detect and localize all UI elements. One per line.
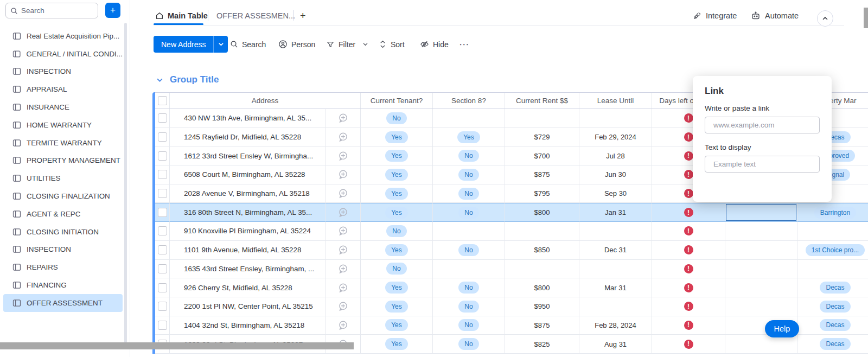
sidebar-search-input[interactable] — [21, 7, 86, 15]
add-update-cell[interactable] — [326, 297, 361, 316]
row-checkbox-cell[interactable] — [155, 297, 170, 316]
lease-until-cell[interactable]: Feb 28, 2024 — [579, 316, 652, 335]
row-checkbox[interactable] — [158, 283, 167, 292]
chevron-down-icon[interactable] — [362, 41, 368, 47]
tenant-pill[interactable]: No — [386, 263, 406, 275]
horizontal-scrollbar[interactable] — [0, 342, 354, 349]
address-cell[interactable]: 1635 43rd Street Ensley, Birmingham, ... — [170, 260, 326, 279]
automate-button[interactable]: Automate — [751, 8, 799, 24]
lease-until-cell[interactable]: Mar 31 — [579, 278, 652, 297]
row-checkbox-cell[interactable] — [155, 316, 170, 335]
section8-cell[interactable]: No — [433, 203, 505, 222]
tenant-pill[interactable]: Yes — [385, 244, 408, 256]
tenant-pill[interactable]: Yes — [385, 301, 408, 313]
property-manager-cell[interactable]: Decas — [797, 278, 868, 297]
current-tenant-cell[interactable]: Yes — [361, 203, 433, 222]
days-left-cell[interactable]: ! — [652, 241, 725, 260]
tenant-pill[interactable]: No — [386, 112, 406, 124]
days-left-cell[interactable]: ! — [652, 278, 725, 297]
current-tenant-cell[interactable]: Yes — [361, 316, 433, 335]
row-checkbox-cell[interactable] — [155, 165, 170, 184]
section8-pill[interactable]: No — [458, 244, 478, 256]
row-checkbox-cell[interactable] — [155, 260, 170, 279]
address-cell[interactable]: 1101 9th Avenue, Midfield, AL 35228 — [170, 241, 326, 260]
sidebar-item-10[interactable]: AGENT & REPC — [3, 205, 123, 223]
add-update-cell[interactable] — [326, 260, 361, 279]
current-rent-cell[interactable] — [505, 109, 579, 128]
lease-until-cell[interactable]: Jul 28 — [579, 146, 652, 165]
section8-pill[interactable]: No — [458, 150, 478, 162]
chevron-down-icon[interactable] — [156, 76, 163, 84]
tenant-pill[interactable]: Yes — [385, 338, 408, 350]
link-cell[interactable] — [725, 278, 797, 297]
link-cell[interactable] — [725, 335, 797, 354]
person-filter-button[interactable]: Person — [278, 36, 315, 53]
sidebar-item-9[interactable]: CLOSING FINALIZATION — [3, 187, 123, 205]
lease-until-cell[interactable]: Aug 31 — [579, 335, 652, 354]
current-rent-cell[interactable]: $875 — [505, 316, 579, 335]
link-cell[interactable] — [725, 222, 797, 241]
add-view-button[interactable]: + — [300, 8, 306, 24]
current-rent-cell[interactable]: $950 — [505, 297, 579, 316]
section8-cell[interactable]: Yes — [433, 128, 505, 147]
tenant-pill[interactable]: No — [386, 225, 406, 237]
new-address-button[interactable]: New Address — [154, 36, 213, 53]
tab-main-table[interactable]: Main Table — [155, 8, 208, 24]
days-left-cell[interactable]: ! — [652, 260, 725, 279]
vertical-scrollbar[interactable] — [864, 8, 868, 28]
current-tenant-cell[interactable]: Yes — [361, 335, 433, 354]
lease-until-cell[interactable] — [579, 222, 652, 241]
sidebar-item-8[interactable]: UTILITIES — [3, 169, 123, 187]
current-rent-cell[interactable]: $729 — [505, 128, 579, 147]
add-update-cell[interactable] — [326, 316, 361, 335]
section8-cell[interactable]: No — [433, 278, 505, 297]
section8-pill[interactable]: No — [458, 188, 478, 200]
row-checkbox[interactable] — [158, 170, 167, 179]
link-text-input[interactable] — [705, 156, 820, 173]
add-update-cell[interactable] — [326, 184, 361, 203]
header-lease-until[interactable]: Lease Until — [579, 93, 652, 109]
tenant-pill[interactable]: Yes — [385, 282, 408, 294]
section8-cell[interactable]: No — [433, 146, 505, 165]
current-tenant-cell[interactable]: Yes — [361, 128, 433, 147]
sidebar-item-3[interactable]: APPRAISAL — [3, 80, 123, 98]
section8-cell[interactable] — [433, 260, 505, 279]
current-tenant-cell[interactable]: Yes — [361, 146, 433, 165]
section8-cell[interactable]: No — [433, 335, 505, 354]
help-button[interactable]: Help — [765, 320, 799, 337]
row-checkbox[interactable] — [158, 321, 167, 330]
current-rent-cell[interactable]: $800 — [505, 203, 579, 222]
address-cell[interactable]: 2200 1st Pl NW, Center Point, AL 35215 — [170, 297, 326, 316]
tenant-pill[interactable]: Yes — [385, 131, 408, 143]
header-current-rent[interactable]: Current Rent $$ — [505, 93, 579, 109]
property-manager-pill[interactable]: Decas — [820, 338, 850, 350]
collapse-header-button[interactable] — [817, 10, 833, 27]
integrate-button[interactable]: Integrate — [692, 8, 737, 24]
current-tenant-cell[interactable]: Yes — [361, 241, 433, 260]
row-checkbox[interactable] — [158, 226, 167, 235]
tab-offer-assessment[interactable]: OFFER ASSESMEN... — [216, 8, 295, 24]
row-checkbox[interactable] — [158, 113, 167, 123]
row-checkbox-cell[interactable] — [155, 241, 170, 260]
lease-until-cell[interactable]: Jun 30 — [579, 165, 652, 184]
sidebar-item-11[interactable]: CLOSING INITIATION — [3, 223, 123, 241]
current-tenant-cell[interactable]: No — [361, 109, 433, 128]
address-cell[interactable]: 430 NW 13th Ave, Birmingham, AL 35... — [170, 109, 326, 128]
sidebar-item-1[interactable]: GENERAL / INITIAL CONDI... — [3, 45, 123, 63]
days-left-cell[interactable]: ! — [652, 297, 725, 316]
lease-until-cell[interactable]: Jan 31 — [579, 203, 652, 222]
section8-cell[interactable]: No — [433, 316, 505, 335]
sidebar-item-5[interactable]: HOME WARRANTY — [3, 116, 123, 134]
address-cell[interactable]: 2028 Avenue V, Birmingham, AL 35218 — [170, 184, 326, 203]
sidebar-item-2[interactable]: INSPECTION — [3, 63, 123, 81]
section8-pill[interactable]: No — [458, 282, 478, 294]
property-manager-cell[interactable]: Decas — [797, 316, 868, 335]
header-checkbox-cell[interactable] — [155, 93, 170, 109]
property-manager-cell[interactable] — [797, 260, 868, 279]
current-tenant-cell[interactable]: No — [361, 260, 433, 279]
days-left-cell[interactable]: ! — [652, 222, 725, 241]
address-cell[interactable]: 1245 Rayfield Dr, Midfield, AL 35228 — [170, 128, 326, 147]
link-cell[interactable] — [725, 297, 797, 316]
group-header[interactable]: Group Title — [156, 74, 219, 85]
hide-columns-button[interactable]: Hide — [420, 36, 449, 53]
